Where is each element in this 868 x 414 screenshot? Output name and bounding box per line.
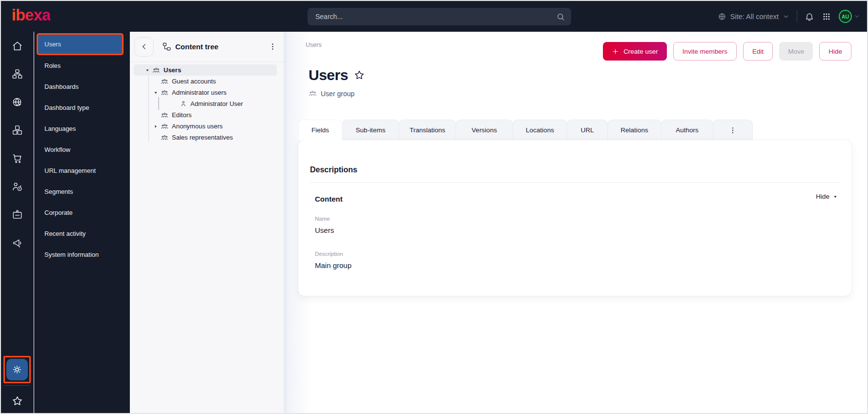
site-context-label: Site: All context [730, 13, 779, 21]
user-group-icon [161, 123, 168, 130]
tab-relations[interactable]: Relations [607, 120, 661, 140]
chevron-down-icon [854, 13, 860, 20]
user-group-icon [161, 78, 168, 85]
home-icon[interactable] [7, 36, 27, 56]
create-user-button[interactable]: Create user [603, 42, 667, 61]
bookmark-star-icon[interactable] [353, 69, 365, 81]
tree-item-label: Guest accounts [172, 78, 216, 85]
sidebar-item-dashboards[interactable]: Dashboards [34, 76, 130, 97]
sidebar-item-languages[interactable]: Languages [34, 118, 130, 139]
edit-button[interactable]: Edit [743, 42, 773, 61]
field-value: Main group [315, 261, 351, 269]
caret-down-icon [833, 194, 838, 199]
tree-item-administrator-user[interactable]: Administrator User [130, 98, 284, 109]
tree-item-guest-accounts[interactable]: Guest accounts [130, 76, 284, 87]
app-switcher-button[interactable] [822, 12, 831, 21]
notifications-button[interactable] [805, 12, 814, 21]
collapse-panel-button[interactable] [134, 37, 154, 57]
tab-translations[interactable]: Translations [399, 120, 456, 140]
sidebar-item-segments[interactable]: Segments [34, 181, 130, 202]
user-group-icon [161, 111, 168, 119]
topbar-divider [797, 10, 797, 23]
move-button[interactable]: Move [779, 42, 813, 61]
tree-item-administrator-users[interactable]: Administrator users [130, 87, 284, 98]
sidebar-item-system-information[interactable]: System information [34, 244, 130, 265]
tab-locations[interactable]: Locations [513, 120, 567, 140]
hide-button[interactable]: Hide [819, 42, 851, 61]
user-menu[interactable]: AU [839, 10, 860, 23]
plus-icon [612, 48, 619, 55]
field-label: Description [315, 251, 343, 257]
tab-more[interactable] [713, 120, 753, 140]
sidebar-item-url-management[interactable]: URL management [34, 160, 130, 181]
search-input[interactable] [315, 13, 556, 21]
audience-target-icon[interactable] [7, 177, 27, 196]
sitemap-icon[interactable] [7, 64, 27, 83]
megaphone-icon[interactable] [7, 233, 27, 252]
globe-cursor-icon[interactable] [7, 92, 27, 112]
avatar[interactable]: AU [839, 10, 852, 23]
tab-bar: Fields Sub-items Translations Versions L… [299, 120, 753, 140]
sidebar-item-label: Users [44, 41, 61, 48]
tab-authors[interactable]: Authors [661, 120, 713, 140]
collapse-section-button[interactable]: Hide [816, 193, 838, 200]
topbar-right: Site: All context AU [718, 1, 860, 32]
sidebar-item-users[interactable]: Users [37, 33, 124, 55]
tab-sub-items[interactable]: Sub-items [342, 120, 399, 140]
global-search[interactable] [308, 8, 571, 25]
topbar: ibexa Site: All context AU [1, 1, 867, 32]
admin-menu: Users Roles Dashboards Dashboard type La… [34, 32, 130, 413]
tree-item-users[interactable]: Users [130, 64, 284, 76]
site-context-selector[interactable]: Site: All context [718, 12, 789, 21]
sidebar-item-dashboard-type[interactable]: Dashboard type [34, 97, 130, 118]
bookmarks-button[interactable] [7, 391, 27, 411]
card-heading: Descriptions [310, 166, 357, 174]
tree-item-label: Users [164, 66, 181, 74]
content-type-row: User group [309, 89, 354, 98]
kebab-icon [269, 42, 277, 51]
card-divider [310, 182, 840, 183]
invite-members-button[interactable]: Invite members [673, 42, 737, 61]
cart-icon[interactable] [7, 148, 27, 168]
bell-icon [805, 12, 814, 21]
tree-options-button[interactable] [269, 42, 277, 51]
rail-separator [4, 385, 30, 386]
menu-list: Roles Dashboards Dashboard type Language… [34, 55, 130, 265]
sidebar-item-recent-activity[interactable]: Recent activity [34, 223, 130, 244]
sidebar-item-roles[interactable]: Roles [34, 55, 130, 76]
page-title: Users [309, 67, 348, 83]
boxes-icon[interactable] [7, 120, 27, 140]
caret-right-icon[interactable] [153, 124, 159, 129]
tab-versions[interactable]: Versions [455, 120, 513, 140]
caret-down-icon[interactable] [145, 68, 150, 73]
tree-item-sales-representatives[interactable]: Sales representatives [130, 132, 284, 143]
breadcrumb[interactable]: Users [306, 41, 322, 48]
settings-button[interactable] [6, 359, 28, 380]
field-value: Users [315, 226, 334, 234]
sidebar-item-corporate[interactable]: Corporate [34, 202, 130, 223]
gear-icon [12, 364, 22, 375]
globe-icon [718, 12, 726, 21]
tree-item-editors[interactable]: Editors [130, 109, 284, 121]
content-tree-list: Users Guest accounts Administrator users… [130, 64, 284, 143]
sidebar-item-workflow[interactable]: Workflow [34, 139, 130, 160]
settings-highlight-outline [3, 356, 31, 383]
search-icon[interactable] [556, 12, 565, 21]
tree-item-label: Sales representatives [172, 134, 233, 141]
content-tree-title: Content tree [175, 42, 218, 51]
tree-item-label: Administrator users [172, 89, 227, 96]
user-group-icon [309, 89, 317, 98]
ibexa-admin-screen: ibexa Site: All context AU [0, 0, 868, 414]
chevron-left-icon [140, 42, 148, 51]
user-group-icon [152, 66, 160, 74]
id-badge-icon[interactable] [7, 205, 27, 224]
tree-item-label: Editors [172, 111, 191, 119]
tree-item-anonymous-users[interactable]: Anonymous users [130, 121, 284, 132]
fields-card: Descriptions Content Hide Name Users Des… [298, 140, 851, 296]
ibexa-logo[interactable]: ibexa [12, 7, 50, 23]
main-content: Users Create user Invite members Edit Mo… [284, 32, 867, 413]
tab-url[interactable]: URL [567, 120, 608, 140]
tab-fields[interactable]: Fields [298, 120, 342, 140]
caret-down-icon[interactable] [153, 90, 159, 95]
icon-rail [1, 32, 34, 413]
